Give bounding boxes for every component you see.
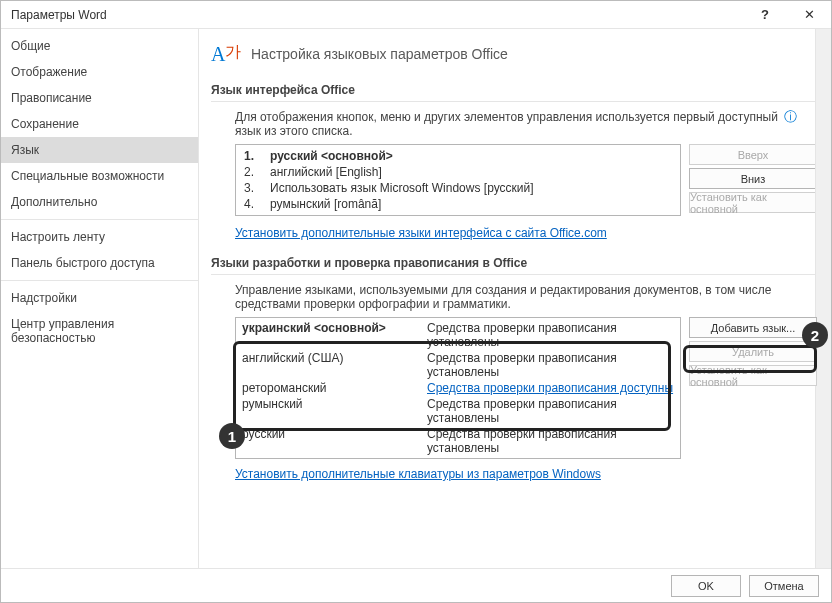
- list-item[interactable]: 3. Использовать язык Microsoft Windows […: [238, 180, 678, 196]
- table-row[interactable]: ретороманский Средства проверки правопис…: [242, 380, 674, 396]
- sidebar-item-trust[interactable]: Центр управления безопасностью: [1, 311, 198, 351]
- list-item[interactable]: 1. русский <основной>: [238, 148, 678, 164]
- sidebar-separator: [1, 219, 198, 220]
- authoring-language-list[interactable]: украинский <основной> Средства проверки …: [235, 317, 681, 459]
- sidebar-item-general[interactable]: Общие: [1, 33, 198, 59]
- move-down-button[interactable]: Вниз: [689, 168, 817, 189]
- set-default-auth-button[interactable]: Установить как основной: [689, 365, 817, 386]
- sidebar-item-proofing[interactable]: Правописание: [1, 85, 198, 111]
- table-row[interactable]: украинский <основной> Средства проверки …: [242, 320, 674, 350]
- authoring-desc: Управление языками, используемыми для со…: [211, 283, 817, 311]
- svg-text:A: A: [211, 43, 226, 65]
- close-button[interactable]: ✕: [787, 1, 831, 29]
- section-ui-language: Язык интерфейса Office: [211, 83, 817, 102]
- page-header: A 가 Настройка языковых параметров Office: [211, 39, 817, 69]
- table-row[interactable]: румынский Средства проверки правописания…: [242, 396, 674, 426]
- sidebar-item-save[interactable]: Сохранение: [1, 111, 198, 137]
- sidebar-item-ribbon[interactable]: Настроить ленту: [1, 224, 198, 250]
- sidebar-item-addins[interactable]: Надстройки: [1, 285, 198, 311]
- info-icon[interactable]: ⓘ: [784, 108, 797, 126]
- install-keyboards-link[interactable]: Установить дополнительные клавиатуры из …: [235, 467, 601, 481]
- main-area: Общие Отображение Правописание Сохранени…: [1, 29, 831, 569]
- svg-text:가: 가: [225, 43, 241, 60]
- list-item[interactable]: 4. румынский [română]: [238, 196, 678, 212]
- table-row[interactable]: русский Средства проверки правописания у…: [242, 426, 674, 456]
- proofing-available-link[interactable]: Средства проверки правописания доступны: [427, 381, 674, 395]
- ui-language-desc: ⓘ Для отображения кнопок, меню и других …: [211, 110, 817, 138]
- move-up-button[interactable]: Вверх: [689, 144, 817, 165]
- sidebar-item-qat[interactable]: Панель быстрого доступа: [1, 250, 198, 276]
- sidebar-item-advanced[interactable]: Дополнительно: [1, 189, 198, 215]
- titlebar: Параметры Word ? ✕: [1, 1, 831, 29]
- remove-language-button[interactable]: Удалить: [689, 341, 817, 362]
- content-panel: A 가 Настройка языковых параметров Office…: [199, 29, 831, 569]
- sidebar-item-language[interactable]: Язык: [1, 137, 198, 163]
- sidebar-item-accessibility[interactable]: Специальные возможности: [1, 163, 198, 189]
- ok-button[interactable]: OK: [671, 575, 741, 597]
- scrollbar[interactable]: [815, 29, 831, 569]
- sidebar-item-display[interactable]: Отображение: [1, 59, 198, 85]
- table-row[interactable]: английский (США) Средства проверки право…: [242, 350, 674, 380]
- sidebar-separator: [1, 280, 198, 281]
- help-button[interactable]: ?: [743, 1, 787, 29]
- dialog-footer: OK Отмена: [1, 568, 831, 602]
- list-item[interactable]: 2. английский [English]: [238, 164, 678, 180]
- section-authoring-languages: Языки разработки и проверка правописания…: [211, 256, 817, 275]
- sidebar: Общие Отображение Правописание Сохранени…: [1, 29, 199, 569]
- window-title: Параметры Word: [11, 8, 743, 22]
- ui-language-list[interactable]: 1. русский <основной> 2. английский [Eng…: [235, 144, 681, 216]
- language-icon: A 가: [211, 39, 241, 69]
- cancel-button[interactable]: Отмена: [749, 575, 819, 597]
- install-ui-languages-link[interactable]: Установить дополнительные языки интерфей…: [235, 226, 607, 240]
- add-language-button[interactable]: Добавить язык...: [689, 317, 817, 338]
- set-default-button[interactable]: Установить как основной: [689, 192, 817, 213]
- page-title: Настройка языковых параметров Office: [251, 46, 508, 62]
